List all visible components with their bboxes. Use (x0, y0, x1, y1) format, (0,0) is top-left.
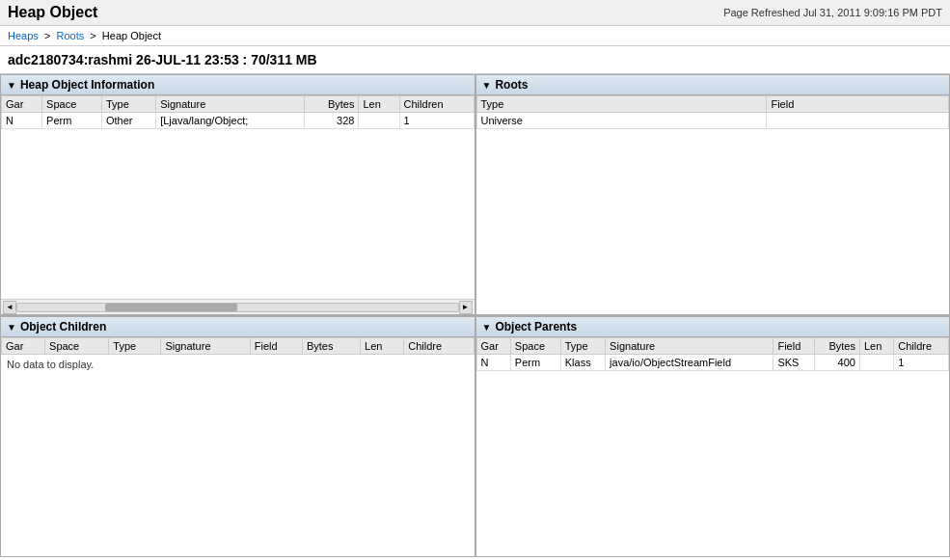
col-signature: Signature (156, 96, 305, 113)
heap-object-info-collapse-icon[interactable]: ▼ (7, 80, 16, 91)
object-children-header: ▼ Object Children (1, 317, 475, 337)
table-row: NPermOther[Ljava/lang/Object;3281 (2, 113, 475, 129)
table-cell (359, 113, 399, 129)
table-cell: 400 (814, 355, 859, 371)
refresh-info: Page Refreshed Jul 31, 2011 9:09:16 PM P… (723, 7, 942, 18)
heap-object-info-title: Heap Object Information (20, 78, 154, 92)
bottom-panels: ▼ Object Children Gar Space Type Signatu… (0, 316, 950, 557)
table-cell (767, 113, 949, 129)
object-parents-body-rows: NPermKlassjava/io/ObjectStreamFieldSKS40… (476, 355, 949, 371)
col-bytes: Bytes (305, 96, 359, 113)
heap-object-info-scrollbar: ◄ ► (1, 299, 475, 314)
object-parents-header: ▼ Object Parents (476, 317, 950, 337)
col-field: Field (767, 96, 949, 113)
col-type: Type (101, 96, 155, 113)
roots-header: ▼ Roots (476, 75, 950, 95)
refresh-label: Page Refreshed (723, 7, 801, 18)
object-children-panel: ▼ Object Children Gar Space Type Signatu… (0, 316, 475, 557)
col-bytes: Bytes (302, 338, 360, 355)
table-row: Universe (476, 113, 949, 129)
breadcrumb-roots-link[interactable]: Roots (56, 30, 84, 41)
table-row: NPermKlassjava/io/ObjectStreamFieldSKS40… (476, 355, 949, 371)
object-parents-panel: ▼ Object Parents Gar Space Type Signatur… (475, 316, 951, 557)
roots-thead: Type Field (476, 96, 949, 113)
col-children: Children (399, 96, 474, 113)
heap-object-info-panel: ▼ Heap Object Information Gar Space Type… (0, 74, 475, 315)
col-space: Space (45, 338, 109, 355)
object-parents-thead: Gar Space Type Signature Field Bytes Len… (476, 338, 949, 355)
heap-object-info-thead: Gar Space Type Signature Bytes Len Child… (2, 96, 475, 113)
roots-body-rows: Universe (476, 113, 949, 129)
object-children-body: Gar Space Type Signature Field Bytes Len… (1, 337, 475, 556)
object-children-header-row: Gar Space Type Signature Field Bytes Len… (2, 338, 475, 355)
table-cell: Klass (560, 355, 605, 371)
table-cell: 1 (894, 355, 949, 371)
table-cell: Perm (42, 113, 102, 129)
col-len: Len (359, 96, 399, 113)
table-cell: SKS (774, 355, 814, 371)
heap-object-info-body: Gar Space Type Signature Bytes Len Child… (1, 95, 475, 299)
page-title: Heap Object (8, 4, 97, 21)
roots-body: Type Field Universe (476, 95, 950, 314)
col-gar: Gar (2, 338, 45, 355)
col-type: Type (560, 338, 605, 355)
object-parents-collapse-icon[interactable]: ▼ (482, 322, 492, 333)
col-field: Field (250, 338, 302, 355)
roots-collapse-icon[interactable]: ▼ (482, 80, 492, 91)
table-cell (859, 355, 893, 371)
heap-object-info-header: ▼ Heap Object Information (1, 75, 475, 95)
table-cell: N (2, 113, 42, 129)
col-childre: Childre (404, 338, 474, 355)
object-children-title: Object Children (20, 320, 106, 333)
scroll-right-btn[interactable]: ► (459, 301, 473, 314)
col-signature: Signature (606, 338, 774, 355)
roots-title: Roots (495, 78, 528, 92)
table-cell: Perm (510, 355, 560, 371)
col-bytes: Bytes (814, 338, 859, 355)
col-gar: Gar (2, 96, 42, 113)
table-cell: java/io/ObjectStreamField (606, 355, 774, 371)
object-children-collapse-icon[interactable]: ▼ (7, 322, 16, 333)
scrollbar-thumb[interactable] (105, 304, 237, 311)
scroll-left-btn[interactable]: ◄ (3, 301, 16, 314)
heap-object-info-header-row: Gar Space Type Signature Bytes Len Child… (2, 96, 475, 113)
object-children-thead: Gar Space Type Signature Field Bytes Len… (2, 338, 475, 355)
table-cell: [Ljava/lang/Object; (156, 113, 305, 129)
object-parents-title: Object Parents (495, 320, 577, 333)
heap-object-info-body-rows: NPermOther[Ljava/lang/Object;3281 (2, 113, 475, 129)
roots-panel: ▼ Roots Type Field Universe (475, 74, 951, 315)
heap-summary: adc2180734:rashmi 26-JUL-11 23:53 : 70/3… (0, 46, 950, 74)
col-type: Type (476, 96, 767, 113)
breadcrumb-current: Heap Object (102, 30, 161, 41)
scrollbar-track[interactable] (16, 303, 459, 312)
col-space: Space (510, 338, 560, 355)
col-field: Field (774, 338, 814, 355)
table-cell: Other (101, 113, 155, 129)
object-parents-header-row: Gar Space Type Signature Field Bytes Len… (476, 338, 949, 355)
object-parents-body: Gar Space Type Signature Field Bytes Len… (476, 337, 950, 556)
col-space: Space (42, 96, 102, 113)
top-panels: ▼ Heap Object Information Gar Space Type… (0, 74, 950, 316)
col-childre: Childre (894, 338, 949, 355)
col-gar: Gar (476, 338, 510, 355)
table-cell: Universe (476, 113, 767, 129)
roots-header-row: Type Field (476, 96, 949, 113)
col-type: Type (109, 338, 161, 355)
col-len: Len (859, 338, 893, 355)
page-header: Heap Object Page Refreshed Jul 31, 2011 … (0, 0, 950, 26)
object-parents-table: Gar Space Type Signature Field Bytes Len… (476, 337, 950, 371)
table-cell: 328 (305, 113, 359, 129)
heap-object-info-table: Gar Space Type Signature Bytes Len Child… (1, 95, 475, 129)
table-cell: N (476, 355, 510, 371)
refresh-time: Jul 31, 2011 9:09:16 PM PDT (803, 7, 942, 18)
col-len: Len (361, 338, 404, 355)
main-content: ▼ Heap Object Information Gar Space Type… (0, 74, 950, 557)
col-signature: Signature (161, 338, 250, 355)
table-cell: 1 (399, 113, 474, 129)
breadcrumb-heaps-link[interactable]: Heaps (8, 30, 39, 41)
roots-table: Type Field Universe (476, 95, 950, 129)
object-children-table: Gar Space Type Signature Field Bytes Len… (1, 337, 475, 355)
object-children-no-data: No data to display. (1, 355, 475, 374)
breadcrumb: Heaps > Roots > Heap Object (0, 26, 950, 46)
